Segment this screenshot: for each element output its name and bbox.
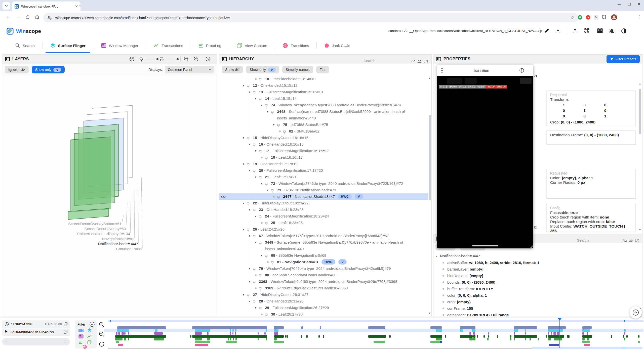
timeline-canvas[interactable]	[108, 318, 643, 350]
trace-event[interactable]	[488, 332, 489, 335]
expand-arrow-icon[interactable]: ▾	[253, 174, 258, 180]
overlay-title-bar[interactable]: transition _	[437, 65, 533, 76]
extension-green-icon[interactable]	[578, 15, 583, 20]
surface-flinger-trace-icon[interactable]	[87, 328, 92, 333]
trace-event[interactable]	[266, 338, 267, 340]
trace-event[interactable]	[582, 326, 591, 329]
flat-chip[interactable]: Flat	[316, 66, 329, 73]
tree-row[interactable]: ▾27 - HideDisplayCutout:26:31#27	[219, 291, 428, 298]
tree-row[interactable]: ▾26 - Leaf:24:25#26	[219, 226, 428, 233]
trace-event[interactable]	[548, 335, 564, 338]
simplify-names-chip[interactable]: Simplify names	[282, 66, 313, 73]
trace-event[interactable]	[116, 332, 117, 335]
trace-event[interactable]	[274, 329, 278, 332]
visibility-icon[interactable]	[221, 195, 226, 199]
trace-event[interactable]	[436, 338, 441, 340]
trace-event[interactable]	[553, 332, 556, 335]
match-case-toggle[interactable]: Aa	[623, 239, 627, 242]
trace-event[interactable]	[430, 341, 440, 343]
tree-row[interactable]: ▾3368 - WindowToken{f6b2f60 type=2024 an…	[219, 278, 428, 285]
ns-time-row[interactable]: ⚑ 1715339054227572545 ns	[2, 328, 70, 336]
trace-row-view-capture[interactable]	[108, 341, 643, 343]
trace-event[interactable]	[232, 329, 234, 332]
extensions-puzzle-icon[interactable]	[602, 15, 607, 20]
trace-event[interactable]	[228, 338, 229, 340]
expand-arrow-icon[interactable]: ▾	[247, 167, 252, 174]
edit-icon[interactable]	[544, 28, 550, 33]
tab-surface-flinger[interactable]: Surface Flinger	[43, 38, 93, 53]
layers-3d-canvas[interactable]: ScreenDecorOverlayBottom#61 ScreenDecorO…	[2, 76, 217, 317]
trace-event[interactable]	[623, 335, 624, 338]
expand-arrow-icon[interactable]: ▾	[247, 265, 252, 272]
transitions-trace-icon[interactable]	[83, 344, 87, 349]
filter-presets-button[interactable]: Filter Presets	[607, 55, 640, 63]
trace-event[interactable]	[548, 338, 551, 340]
trace-event[interactable]	[624, 332, 625, 335]
trace-event[interactable]	[554, 338, 562, 340]
tree-row[interactable]: 25 - Leaf:18:23#25	[219, 220, 428, 226]
property-row[interactable]: activeBuffer: w: 1080, h: 2400, stride: …	[435, 259, 639, 266]
timeline-cursor[interactable]	[559, 319, 560, 348]
property-row[interactable]: barrierLayer: [empty]	[435, 266, 639, 273]
expand-arrow-icon[interactable]: ▾	[247, 233, 252, 239]
trace-event[interactable]	[274, 341, 284, 343]
trace-event[interactable]	[235, 332, 236, 335]
regex-toggle[interactable]: (.*)	[635, 239, 639, 242]
info-icon[interactable]	[519, 68, 524, 73]
minimize-icon[interactable]: —	[618, 2, 621, 6]
tree-row[interactable]: ▾22 - HideDisplayCutout:18:23#22	[219, 200, 428, 206]
trace-event[interactable]	[368, 335, 386, 338]
expand-arrow-icon[interactable]: ▾	[247, 89, 252, 95]
trace-event[interactable]	[514, 326, 537, 329]
rotation-slider[interactable]	[145, 59, 158, 59]
trace-event[interactable]	[436, 329, 442, 332]
hierarchy-search[interactable]: Search Aa ab (.*)	[364, 55, 428, 64]
scene-label[interactable]: NavigationBar0#81	[102, 237, 134, 241]
properties-scrollbar[interactable]	[639, 89, 641, 134]
trace-event[interactable]	[538, 338, 539, 340]
trace-event[interactable]	[510, 338, 511, 340]
expand-arrow-icon[interactable]: ▾	[241, 135, 246, 141]
upload-icon[interactable]	[572, 28, 578, 34]
tab-jank-cujs[interactable]: Jank CUJs	[317, 38, 358, 53]
expand-arrow-icon[interactable]: ▾	[247, 278, 252, 285]
trace-event[interactable]	[274, 332, 278, 335]
trace-event[interactable]	[301, 326, 303, 329]
displays-dropdown[interactable]: Common Panel	[165, 66, 214, 73]
trace-event[interactable]	[477, 335, 478, 338]
trace-event[interactable]	[320, 326, 321, 329]
trace-event[interactable]	[557, 332, 559, 335]
tree-row[interactable]: ▾13 - FullscreenMagnification:15:15#13	[219, 89, 428, 95]
trace-event[interactable]	[118, 344, 123, 346]
trace-event[interactable]	[195, 344, 208, 346]
trace-event[interactable]	[235, 329, 236, 332]
tree-row[interactable]: 10 - ImePlaceholder:13:14#10	[219, 76, 428, 82]
trace-event[interactable]	[530, 338, 531, 340]
scene-label[interactable]: ScreenDecorOverlayBottom#61	[68, 222, 122, 226]
trace-event[interactable]	[546, 335, 547, 338]
expand-arrow-icon[interactable]: ▾	[241, 82, 246, 89]
trace-event[interactable]	[548, 329, 562, 332]
match-case-toggle[interactable]: Aa	[411, 59, 415, 63]
trace-event[interactable]	[638, 335, 639, 338]
trace-event[interactable]	[301, 335, 302, 338]
trace-event[interactable]	[582, 338, 585, 340]
trace-event[interactable]	[488, 335, 489, 338]
trace-event[interactable]	[230, 329, 231, 332]
tree-row[interactable]: 30 - Leaf:26:27#30	[219, 311, 428, 316]
trace-event[interactable]	[487, 338, 489, 340]
tab-search-chevron-icon[interactable]	[3, 2, 10, 10]
trace-row-surface-flinger[interactable]	[108, 329, 643, 332]
tree-row[interactable]: ▾21 - Leaf:17:17#21	[219, 174, 428, 180]
trace-event[interactable]	[115, 335, 166, 338]
trace-event[interactable]	[118, 332, 120, 335]
tree-row[interactable]: ▾19 - OneHanded:17:17#19	[219, 161, 428, 167]
trace-event[interactable]	[514, 338, 515, 340]
close-window-icon[interactable]: ✕	[637, 2, 640, 6]
property-row[interactable]: color: (0, 0, 0), alpha: 1	[435, 292, 639, 299]
trace-event[interactable]	[460, 329, 463, 332]
tab-protolog[interactable]: ProtoLog	[191, 38, 229, 53]
tree-row[interactable]: ▾12 - OneHanded:15:15#12	[219, 82, 428, 89]
expand-arrow-icon[interactable]: ▾	[247, 141, 252, 148]
trace-event[interactable]	[258, 332, 259, 335]
